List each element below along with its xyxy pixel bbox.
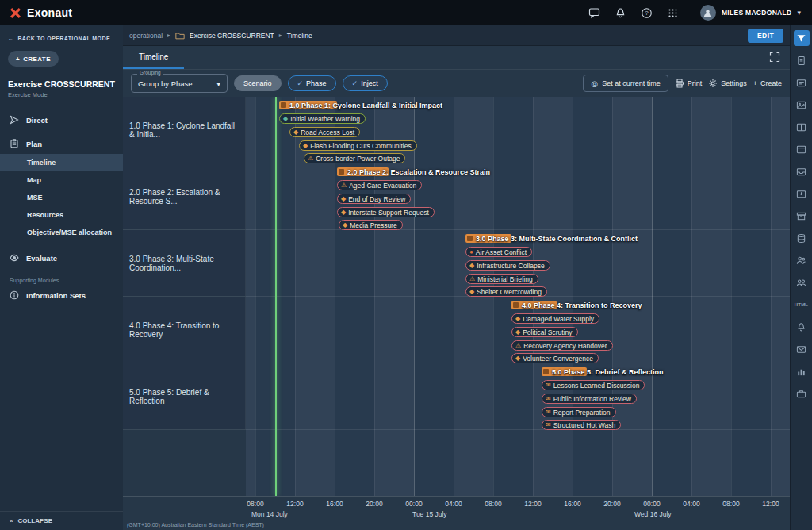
filter-chip-inject[interactable]: ✓ Inject (343, 75, 388, 91)
phase-bar-label: 4.0 Phase 4: Transition to Recovery (522, 301, 642, 309)
row-label-phase-3[interactable]: 3.0 Phase 3: Multi-State Coordination... (123, 230, 246, 296)
bell-icon[interactable] (794, 319, 810, 335)
phase-bar-5[interactable]: 5.0 Phase 5: Debrief & Reflection (542, 367, 587, 376)
row-label-phase-1[interactable]: 1.0 Phase 1: Cyclone Landfall & Initia..… (123, 97, 246, 163)
user-menu[interactable]: MILES MACDONALD ▾ (692, 0, 804, 25)
filter-chip-phase[interactable]: ✓ Phase (288, 75, 336, 91)
warning-icon: ⚠ (341, 182, 347, 189)
diamond-icon: ◆ (515, 329, 520, 336)
phase-bar-4[interactable]: 4.0 Phase 4: Transition to Recovery (511, 301, 557, 309)
folder-icon (175, 31, 185, 40)
panel-icon[interactable] (794, 141, 810, 157)
inject-chip-aged-care-evacuation[interactable]: ⚠ Aged Care Evacuation (337, 180, 422, 190)
inject-chip-public-information-review[interactable]: ✉ Public Information Review (542, 394, 637, 404)
diamond-icon: ◆ (341, 209, 346, 216)
phase-bar-label: 2.0 Phase 2: Escalation & Resource Strai… (347, 168, 490, 176)
inject-chip-report-preparation[interactable]: ✉ Report Preparation (542, 407, 616, 417)
inject-chip-lessons-learned-discussion[interactable]: ✉ Lessons Learned Discussion (542, 380, 645, 390)
back-to-operational-mode-link[interactable]: ← BACK TO OPERATIONAL MODE (0, 25, 123, 41)
sidebar-item-evaluate[interactable]: Evaluate (0, 248, 123, 268)
breadcrumb-operational[interactable]: operational (129, 32, 163, 40)
print-button[interactable]: Print (675, 79, 703, 88)
sidebar-item-direct[interactable]: Direct (0, 109, 123, 130)
image-icon[interactable] (794, 97, 810, 113)
axis-time: 08:00 (247, 500, 263, 508)
create-button-toolbar[interactable]: + Create (753, 79, 782, 87)
inject-chip-political-scrutiny[interactable]: ◆ Political Scrutiny (511, 327, 578, 337)
inject-chip-road-access-lost[interactable]: ◆ Road Access Lost (289, 127, 360, 137)
inject-chip-ministerial-briefing[interactable]: ⚠ Ministerial Briefing (465, 274, 538, 284)
breadcrumb-timeline[interactable]: Timeline (287, 32, 312, 40)
filter-icon[interactable] (794, 30, 810, 46)
filter-chip-scenario[interactable]: Scenario (234, 75, 282, 91)
edit-button[interactable]: EDIT (748, 29, 783, 43)
briefcase-icon[interactable] (794, 386, 810, 401)
archive-icon[interactable] (794, 208, 810, 224)
current-time-indicator[interactable] (275, 97, 277, 496)
collapse-sidebar-button[interactable]: « COLLAPSE (0, 511, 123, 530)
html-icon[interactable]: HTML (794, 297, 810, 313)
grouping-select[interactable]: Grouping Group by Phase ▾ (131, 74, 228, 93)
apps-grid-icon[interactable] (666, 6, 680, 20)
check-icon: ✓ (297, 79, 304, 87)
set-at-current-time-button[interactable]: ◎ Set at current time (583, 75, 668, 92)
document-icon[interactable] (794, 52, 810, 68)
inject-chip-damaged-water-supply[interactable]: ◆ Damaged Water Supply (511, 313, 599, 324)
collapse-icon: « (10, 517, 13, 524)
inject-chip-recovery-agency-handover[interactable]: ⚠ Recovery Agency Handover (511, 340, 613, 351)
inject-chip-infrastructure-collapse[interactable]: ◆ Infrastructure Collapse (465, 260, 550, 271)
sidebar: ← BACK TO OPERATIONAL MODE + CREATE Exer… (0, 25, 123, 530)
row-label-phase-5[interactable]: 5.0 Phase 5: Debrief & Reflection (123, 363, 246, 429)
columns-icon[interactable] (794, 119, 810, 135)
chat-icon[interactable] (588, 6, 602, 20)
inject-chip-cross-border-power-outage[interactable]: ⚠ Cross-border Power Outage (304, 153, 405, 163)
phase-bar-1[interactable]: 1.0 Phase 1: Cyclone Landfall & Initial … (279, 101, 337, 109)
envelope-icon: ✉ (546, 396, 551, 402)
inject-chip-flash-flooding-cuts-communities[interactable]: ◆ Flash Flooding Cuts Communities (299, 140, 417, 151)
sidebar-item-resources[interactable]: Resources (0, 206, 123, 224)
inject-chip-media-pressure[interactable]: ◆ Media Pressure (339, 220, 403, 230)
inject-chip-structured-hot-wash[interactable]: ✉ Structured Hot Wash (542, 420, 621, 430)
note-card-icon[interactable] (794, 75, 810, 90)
phase-icon (513, 302, 519, 308)
grouping-value: Group by Phase (138, 79, 193, 88)
sidebar-item-plan[interactable]: Plan (0, 133, 123, 154)
inject-chip-shelter-overcrowding[interactable]: ◆ Shelter Overcrowding (465, 286, 547, 297)
diamond-icon: ◆ (515, 316, 520, 322)
fullscreen-icon[interactable] (769, 52, 782, 64)
phase-group-row: 1.0 Phase 1: Cyclone Landfall & Initia..… (123, 97, 790, 163)
sidebar-item-objective-mse-allocation[interactable]: Objective/MSE allocation (0, 224, 123, 241)
notifications-bell-icon[interactable] (614, 6, 628, 20)
phase-bar-2[interactable]: 2.0 Phase 2: Escalation & Resource Strai… (337, 167, 389, 176)
mail-icon[interactable] (794, 341, 810, 357)
diamond-icon: ◆ (469, 263, 474, 269)
info-icon (10, 290, 19, 300)
sidebar-item-mse[interactable]: MSE (0, 189, 123, 206)
warning-icon: ⚠ (515, 343, 521, 349)
create-button[interactable]: + CREATE (8, 51, 59, 67)
inbox-icon[interactable] (794, 186, 810, 202)
phase-bar-3[interactable]: 3.0 Phase 3: Multi-State Coordination & … (465, 234, 511, 243)
sidebar-item-timeline[interactable]: Timeline (0, 154, 123, 171)
row-label-phase-4[interactable]: 4.0 Phase 4: Transition to Recovery (123, 297, 246, 363)
users-icon[interactable] (794, 252, 810, 268)
settings-button[interactable]: Settings (708, 79, 747, 88)
inject-chip-interstate-support-request[interactable]: ◆ Interstate Support Request (337, 207, 435, 217)
database-icon[interactable] (794, 230, 810, 246)
inject-chip-volunteer-convergence[interactable]: ◆ Volunteer Convergence (511, 353, 599, 363)
diamond-icon: ◆ (515, 355, 520, 362)
help-icon[interactable]: ? (640, 6, 654, 20)
user-group-icon[interactable] (794, 275, 810, 290)
tab-timeline[interactable]: Timeline (123, 46, 184, 69)
tray-icon[interactable] (794, 163, 810, 179)
disc-icon: ● (469, 249, 473, 255)
inject-chip-air-asset-conflict[interactable]: ● Air Asset Conflict (465, 247, 532, 257)
bar-chart-icon[interactable] (794, 363, 810, 379)
inject-chip-initial-weather-warning[interactable]: ◆ Initial Weather Warning (279, 113, 366, 124)
inject-chip-end-of-day-review[interactable]: ◆ End of Day Review (337, 194, 411, 204)
row-label-phase-2[interactable]: 2.0 Phase 2: Escalation & Resource S... (123, 163, 246, 229)
sidebar-item-map[interactable]: Map (0, 171, 123, 189)
sidebar-item-information-sets[interactable]: Information Sets (0, 285, 123, 305)
breadcrumb-exercise[interactable]: Exercise CROSSCURRENT (190, 32, 274, 40)
phase-bar-label: 3.0 Phase 3: Multi-State Coordination & … (476, 235, 638, 243)
